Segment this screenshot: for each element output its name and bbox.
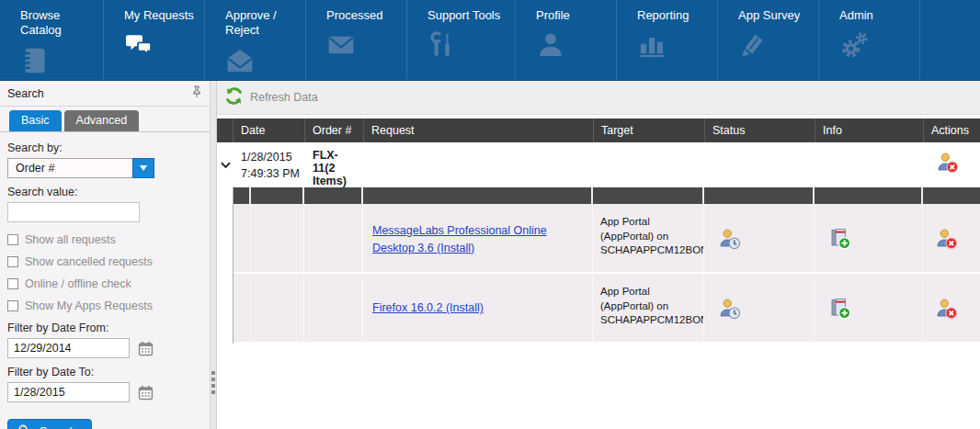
magnifier-icon (17, 423, 31, 429)
search-by-label: Search by: (7, 141, 202, 154)
nav-item-processed[interactable]: Processed (306, 0, 407, 80)
install-package-icon[interactable] (815, 204, 923, 272)
header-target[interactable]: Target (594, 119, 705, 142)
nav-label: App Survey (738, 8, 817, 23)
search-panel-title: Search (7, 87, 44, 100)
search-panel: Search Basic Advanced Search by: Order #… (0, 81, 211, 429)
checkbox-icon[interactable] (7, 234, 18, 245)
group-request-cell (364, 142, 594, 187)
header-expand-column (217, 119, 234, 142)
search-by-dropdown[interactable]: Order # (7, 158, 154, 178)
calendar-icon[interactable] (138, 385, 154, 401)
search-panel-header: Search (0, 81, 210, 107)
splitter-drag-handle[interactable] (211, 371, 215, 394)
order-group-row: 1/28/2015 7:49:33 PM FLX-11(2 Items) (217, 142, 980, 187)
cancel-request-icon[interactable] (923, 274, 980, 342)
chat-icon (124, 30, 204, 62)
user-status-pending-icon[interactable] (704, 204, 815, 272)
header-info[interactable]: Info (815, 119, 924, 142)
order-items-subtable: MessageLabs Professional Online Desktop … (233, 187, 980, 344)
nav-item-profile[interactable]: Profile (516, 0, 617, 80)
nav-item-app-survey[interactable]: App Survey (718, 0, 819, 80)
nav-filler (920, 0, 980, 80)
table-header-row: Date Order # Request Target Status Info … (217, 119, 980, 142)
nav-item-support-tools[interactable]: Support Tools (407, 0, 516, 80)
nav-item-reporting[interactable]: Reporting (617, 0, 718, 80)
tab-basic[interactable]: Basic (9, 110, 62, 131)
cancel-request-icon[interactable] (924, 142, 980, 187)
checkbox-icon[interactable] (7, 278, 18, 289)
header-status[interactable]: Status (705, 119, 815, 142)
chevron-down-icon (140, 165, 147, 171)
header-date[interactable]: Date (234, 119, 305, 142)
book-icon (20, 46, 103, 77)
date-to-input[interactable] (7, 382, 130, 402)
tab-advanced[interactable]: Advanced (64, 110, 140, 131)
user-status-pending-icon[interactable] (704, 274, 815, 342)
nav-item-my-requests[interactable]: My Requests (104, 0, 205, 80)
date-from-input[interactable] (7, 338, 130, 358)
group-target-cell (594, 142, 705, 187)
checkbox-online-offline-check[interactable]: Online / offline check (7, 277, 202, 290)
nav-item-browse-catalog[interactable]: Browse Catalog (0, 0, 104, 80)
calendar-icon[interactable] (138, 341, 154, 356)
request-link[interactable]: Firefox 16.0.2 (Install) (372, 301, 484, 314)
header-order[interactable]: Order # (305, 119, 364, 142)
install-package-icon[interactable] (815, 274, 923, 342)
person-icon (536, 30, 616, 62)
survey-pen-icon (738, 30, 818, 62)
dropdown-button[interactable] (132, 158, 154, 178)
checkbox-icon[interactable] (7, 300, 18, 311)
top-navigation: Browse Catalog My Requests Approve / Rej… (0, 0, 980, 81)
cancel-request-icon[interactable] (923, 204, 980, 272)
tools-icon (427, 30, 515, 62)
group-time: 7:49:33 PM (241, 165, 302, 182)
bar-chart-icon (637, 30, 717, 62)
requests-grid-panel: Refresh Data Date Order # Request Target… (217, 81, 980, 429)
nav-label: Reporting (637, 8, 716, 23)
nav-label: Profile (536, 8, 615, 23)
checkbox-show-all-requests[interactable]: Show all requests (7, 233, 202, 246)
collapse-chevron-icon[interactable] (217, 142, 234, 187)
search-value-label: Search value: (7, 186, 202, 198)
nav-label: Approve / Reject (225, 8, 304, 39)
search-tabs: Basic Advanced (0, 107, 210, 132)
panel-splitter[interactable] (211, 81, 217, 429)
checkbox-show-my-apps-requests[interactable]: Show My Apps Requests (7, 299, 202, 312)
target-text: App Portal (AppPortal) on SCHAPAPPCM12BO… (593, 274, 704, 342)
request-item-row: MessageLabs Professional Online Desktop … (234, 204, 980, 274)
envelope-icon (326, 30, 406, 62)
date-to-label: Filter by Date To: (7, 366, 202, 378)
group-status-cell (705, 142, 815, 187)
header-request[interactable]: Request (364, 119, 594, 142)
group-date: 1/28/2015 (241, 149, 302, 165)
target-text: App Portal (AppPortal) on SCHAPAPPCM12BO… (593, 204, 704, 272)
search-button-label: Search (40, 425, 76, 429)
request-link[interactable]: MessageLabs Professional Online Desktop … (372, 224, 547, 254)
nav-label: Processed (326, 8, 405, 23)
checkbox-show-cancelled-requests[interactable]: Show cancelled requests (7, 255, 202, 268)
search-by-value: Order # (7, 158, 132, 178)
search-value-input[interactable] (7, 202, 140, 222)
refresh-icon[interactable] (224, 86, 244, 109)
nav-label: My Requests (124, 8, 203, 23)
group-info-cell (815, 142, 924, 187)
pin-icon[interactable] (191, 85, 202, 102)
refresh-data-label[interactable]: Refresh Data (250, 91, 318, 104)
grid-toolbar: Refresh Data (217, 81, 980, 115)
checkbox-icon[interactable] (7, 256, 18, 267)
request-item-row: Firefox 16.0.2 (Install) App Portal (App… (234, 274, 980, 344)
nav-label: Admin (839, 8, 918, 23)
nav-item-approve-reject[interactable]: Approve / Reject (205, 0, 306, 80)
group-date-cell: 1/28/2015 7:49:33 PM (234, 142, 305, 187)
content-area: Search Basic Advanced Search by: Order #… (0, 81, 980, 429)
search-button[interactable]: Search (7, 419, 92, 429)
subtable-header-row (234, 187, 980, 204)
group-order-number: FLX-11(2 Items) (305, 142, 364, 187)
nav-item-admin[interactable]: Admin (819, 0, 920, 80)
header-actions[interactable]: Actions (924, 119, 980, 142)
gears-icon (839, 30, 919, 62)
nav-label: Support Tools (427, 8, 507, 23)
envelope-open-icon (225, 46, 305, 77)
nav-label: Browse Catalog (20, 8, 99, 39)
